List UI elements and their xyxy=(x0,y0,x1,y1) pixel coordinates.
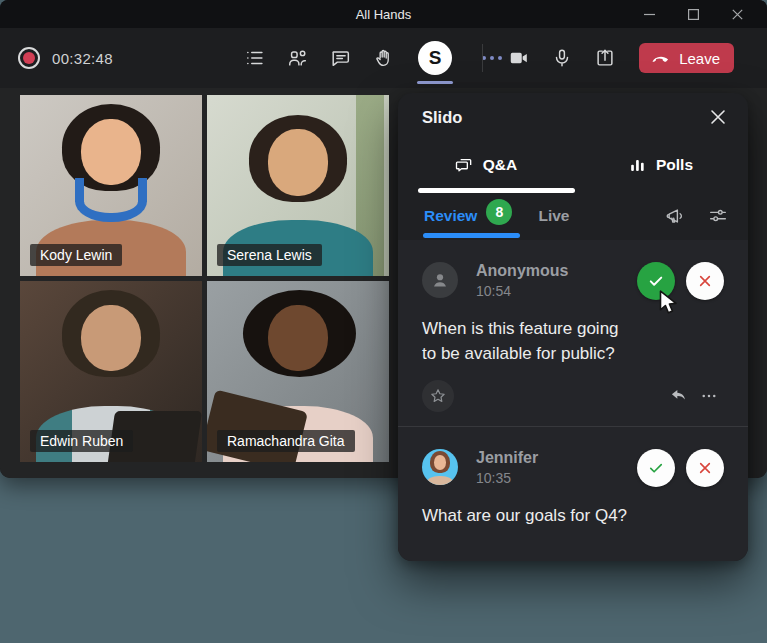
active-tab-underline xyxy=(418,188,575,193)
maximize-icon xyxy=(688,9,699,20)
slido-panel: Slido Q&A Polls Review 8 Live xyxy=(398,93,748,561)
dismiss-question-button[interactable] xyxy=(686,262,724,300)
meeting-toolbar: 00:32:48 S xyxy=(0,28,767,88)
participants-button[interactable] xyxy=(283,43,313,73)
slido-active-underline xyxy=(417,81,453,85)
recording-indicator-icon xyxy=(18,47,40,69)
star-icon xyxy=(429,387,447,405)
raise-hand-icon xyxy=(373,47,395,69)
polls-icon xyxy=(628,156,647,175)
ellipsis-icon xyxy=(700,387,718,405)
tab-polls[interactable]: Polls xyxy=(573,145,748,185)
headphones-accent xyxy=(75,178,148,221)
minimize-button[interactable] xyxy=(627,0,671,28)
leave-label: Leave xyxy=(679,50,720,67)
qna-icon xyxy=(454,155,474,175)
close-window-button[interactable] xyxy=(715,0,759,28)
question-time: 10:35 xyxy=(476,470,637,486)
question-item: Jennifer 10:35 What are our goals for Q4… xyxy=(398,426,748,552)
maximize-button[interactable] xyxy=(671,0,715,28)
approve-question-button[interactable] xyxy=(637,262,675,300)
subtab-review-label: Review xyxy=(424,207,477,225)
close-panel-button[interactable] xyxy=(704,103,732,131)
participant-name: Ramachandra Gita xyxy=(217,430,355,452)
question-item: Anonymous 10:54 When is this feature goi… xyxy=(398,240,748,426)
agenda-list-button[interactable] xyxy=(240,43,270,73)
share-screen-icon xyxy=(594,47,616,69)
video-tile: Ramachandra Gita xyxy=(207,281,389,462)
announce-button[interactable] xyxy=(662,202,690,230)
tab-qna-label: Q&A xyxy=(483,156,517,174)
hang-up-icon xyxy=(651,48,671,68)
tab-polls-label: Polls xyxy=(656,156,693,174)
x-icon xyxy=(697,273,713,289)
check-icon xyxy=(647,272,665,290)
question-text: What are our goals for Q4? xyxy=(422,503,724,528)
people-icon xyxy=(287,47,309,69)
leave-button[interactable]: Leave xyxy=(639,43,734,73)
share-screen-button[interactable] xyxy=(590,43,620,73)
qna-subtabs: Review 8 Live xyxy=(398,196,748,236)
slido-main-tabs: Q&A Polls xyxy=(398,145,748,185)
star-question-button[interactable] xyxy=(422,380,454,412)
active-subtab-underline xyxy=(423,233,520,238)
close-icon xyxy=(710,109,726,125)
subtab-live-label: Live xyxy=(538,207,569,224)
filter-button[interactable] xyxy=(704,202,732,230)
check-icon xyxy=(647,459,665,477)
reply-icon xyxy=(669,386,689,406)
video-grid: Kody Lewin Serena Lewis Edwin Ruben Rama… xyxy=(20,95,389,462)
close-icon xyxy=(732,9,743,20)
subtab-live[interactable]: Live xyxy=(538,207,569,225)
dismiss-question-button[interactable] xyxy=(686,449,724,487)
question-list: Anonymous 10:54 When is this feature goi… xyxy=(398,240,748,561)
camera-icon xyxy=(508,47,530,69)
microphone-icon xyxy=(551,47,573,69)
megaphone-icon xyxy=(665,205,687,227)
tab-qna[interactable]: Q&A xyxy=(398,145,573,185)
video-tile: Kody Lewin xyxy=(20,95,202,276)
recording-timer: 00:32:48 xyxy=(52,50,113,67)
question-author: Anonymous xyxy=(476,262,637,280)
question-text: When is this feature going to be availab… xyxy=(422,316,724,366)
question-more-button[interactable] xyxy=(694,381,724,411)
question-time: 10:54 xyxy=(476,283,637,299)
panel-title: Slido xyxy=(422,108,462,127)
person-icon xyxy=(429,269,451,291)
jennifer-avatar xyxy=(422,449,458,485)
participant-name: Edwin Ruben xyxy=(30,430,133,452)
slido-app-button[interactable]: S xyxy=(418,41,452,75)
toolbar-divider xyxy=(482,44,483,72)
video-tile: Edwin Ruben xyxy=(20,281,202,462)
chat-icon xyxy=(330,47,352,69)
anonymous-avatar xyxy=(422,262,458,298)
reply-question-button[interactable] xyxy=(664,381,694,411)
raise-hand-button[interactable] xyxy=(369,43,399,73)
subtab-review[interactable]: Review 8 xyxy=(424,203,512,229)
titlebar: All Hands xyxy=(0,0,767,28)
minimize-icon xyxy=(644,9,655,20)
x-icon xyxy=(697,460,713,476)
review-count-badge: 8 xyxy=(486,199,512,225)
participant-name: Kody Lewin xyxy=(30,244,122,266)
participant-name: Serena Lewis xyxy=(217,244,322,266)
chat-button[interactable] xyxy=(326,43,356,73)
camera-button[interactable] xyxy=(504,43,534,73)
question-author: Jennifer xyxy=(476,449,637,467)
video-tile: Serena Lewis xyxy=(207,95,389,276)
filter-sliders-icon xyxy=(707,205,729,227)
slido-logo-icon: S xyxy=(418,41,452,75)
approve-question-button[interactable] xyxy=(637,449,675,487)
microphone-button[interactable] xyxy=(547,43,577,73)
list-icon xyxy=(244,47,266,69)
window-controls xyxy=(627,0,759,28)
